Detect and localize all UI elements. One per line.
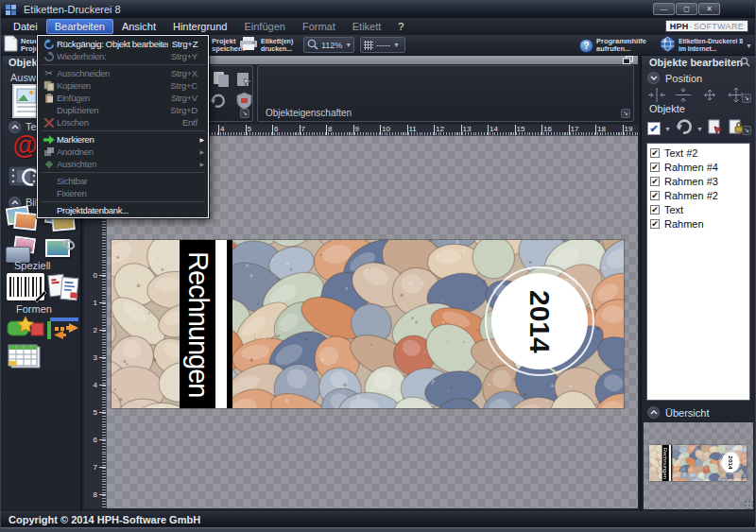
- menu-etikett[interactable]: Etikett: [344, 19, 390, 34]
- app-icon: [6, 4, 18, 15]
- ruler-number: 17: [569, 125, 579, 135]
- restore-window-button[interactable]: [623, 56, 636, 64]
- zoom-dropdown[interactable]: 112% ▼: [303, 37, 354, 53]
- menu-ansicht[interactable]: Ansicht: [113, 19, 164, 34]
- documents-tool[interactable]: [46, 273, 82, 305]
- section-expand-icon[interactable]: ↘: [742, 126, 751, 135]
- menu-item-wiederholen[interactable]: Wiederholen:Strg+Y: [38, 50, 208, 62]
- arrows-tool[interactable]: [46, 317, 80, 345]
- ruler-number: 7: [300, 125, 305, 135]
- menu-item-ausrichten[interactable]: Ausrichten▶: [38, 158, 208, 170]
- menu-item-projektdatenbank[interactable]: Projektdatenbank...: [38, 204, 208, 216]
- menu-item-fixieren[interactable]: Fixieren: [38, 187, 208, 199]
- object-list-item[interactable]: ✔Rahmen #2: [647, 188, 749, 202]
- menu-einfgen[interactable]: Einfügen: [235, 19, 293, 34]
- ruler-number: 9: [353, 125, 359, 135]
- center-object-icon[interactable]: [700, 87, 719, 107]
- ruler-number: 3: [94, 353, 97, 362]
- close-button[interactable]: ✕: [698, 3, 720, 15]
- overview-thumbnail-label[interactable]: Rechnungen 2014: [649, 445, 747, 481]
- menu-?[interactable]: ?: [389, 19, 412, 34]
- printer-icon: [239, 36, 258, 55]
- program-help-button[interactable]: ? Programmhilfeaufrufen...: [579, 36, 646, 55]
- menu-item-anordnen[interactable]: Anordnen▶: [38, 146, 208, 158]
- section-expand-icon[interactable]: ↘: [742, 94, 751, 103]
- menu-item-löschen[interactable]: LöschenEntf: [38, 116, 208, 129]
- ribbon-group-objekteigenschaften: Objekteigenschaften ↘: [257, 65, 634, 122]
- section-collapse-position[interactable]: [647, 72, 660, 84]
- object-visible-checkbox[interactable]: ✔: [650, 191, 660, 200]
- menu-item-markieren[interactable]: Markieren▶: [38, 133, 208, 146]
- object-list-item[interactable]: ✔Text #2: [647, 146, 749, 160]
- rotate-selection-icon[interactable]: [675, 118, 693, 139]
- new-page-icon: [4, 35, 18, 56]
- group-expand-icon[interactable]: ↘: [240, 109, 249, 118]
- object-visible-checkbox[interactable]: ✔: [650, 177, 660, 186]
- object-list-item[interactable]: ✔Rahmen #3: [647, 174, 749, 188]
- paste-icon: [41, 93, 57, 104]
- photo-tool[interactable]: [5, 205, 41, 235]
- object-list-item[interactable]: ✔Text: [647, 202, 749, 216]
- duplicate-pages-icon[interactable]: [212, 71, 231, 93]
- resize-grip[interactable]: [744, 500, 753, 509]
- label-title-stripe[interactable]: Rechnungen: [180, 240, 215, 408]
- year-circle[interactable]: 2014: [721, 452, 739, 472]
- section-collapse-overview[interactable]: [647, 406, 660, 419]
- menu-separator: [41, 172, 205, 173]
- table-tool[interactable]: [7, 343, 43, 375]
- shapes-tool[interactable]: [7, 315, 44, 345]
- section-label-formen: Formen: [16, 303, 52, 315]
- text-object-tool[interactable]: @: [12, 131, 37, 161]
- overview-thumb-wrap[interactable]: Rechnungen 2014: [649, 445, 747, 481]
- menu-item-duplizieren[interactable]: DuplizierenStrg+D: [38, 104, 208, 116]
- menu-item-rückgängig-objekt-bearbeiten[interactable]: Rückgängig: Objekt bearbeitenStrg+Z: [38, 38, 208, 50]
- menu-hintergrund[interactable]: Hintergrund: [164, 19, 235, 34]
- paste-special-icon[interactable]: [234, 71, 253, 93]
- position-label: Position: [665, 73, 702, 84]
- label-thin-black-stripe[interactable]: [227, 240, 232, 408]
- maximize-button[interactable]: ◻: [676, 3, 697, 15]
- object-visible-checkbox[interactable]: ✔: [650, 148, 660, 158]
- barcode-tool[interactable]: [7, 273, 44, 300]
- website-button[interactable]: Etiketten-Druckerei 8im Internet... ▼: [660, 36, 752, 55]
- label-thin-black-stripe[interactable]: [671, 445, 672, 481]
- ruler-number: 5: [94, 408, 97, 417]
- menu-format[interactable]: Format: [294, 19, 344, 34]
- menu-item-ausschneiden[interactable]: ✂AusschneidenStrg+X: [38, 67, 208, 79]
- select-arrow-icon: [41, 134, 57, 146]
- overview-thumbnail-area[interactable]: Rechnungen 2014: [644, 422, 753, 509]
- ruler-number: 4: [218, 125, 224, 135]
- label-title-stripe[interactable]: Rechnungen: [662, 445, 669, 481]
- menu-datei[interactable]: Datei: [5, 19, 46, 34]
- object-list-item[interactable]: ✔Rahmen: [647, 216, 749, 231]
- label-design[interactable]: Rechnungen 2014: [112, 240, 624, 408]
- menu-bearbeiten[interactable]: Bearbeiten: [46, 19, 113, 34]
- grid-dots-icon: [364, 41, 373, 50]
- object-label: Text: [664, 204, 683, 215]
- panel-header: Objekte bearbeiten: [642, 56, 755, 69]
- page-forward-icon[interactable]: [707, 118, 724, 139]
- copy-icon: [41, 80, 57, 92]
- zoom-value: 112%: [321, 41, 342, 50]
- object-list-item[interactable]: ✔Rahmen #4: [647, 160, 749, 174]
- group-expand-icon[interactable]: ↘: [621, 109, 630, 118]
- check-all-checkbox[interactable]: ✔: [647, 122, 661, 135]
- title-bar: Etiketten-Druckerei 8 — ◻ ✕: [1, 1, 756, 18]
- object-visible-checkbox[interactable]: ✔: [650, 205, 660, 215]
- menu-item-einfügen[interactable]: EinfügenStrg+V: [38, 92, 208, 104]
- menu-item-kopieren[interactable]: KopierenStrg+C: [38, 79, 208, 92]
- print-label-button[interactable]: Etikett(en)drucken...: [239, 36, 293, 55]
- ruler-number: 12: [434, 125, 444, 135]
- minimize-button[interactable]: —: [653, 3, 675, 15]
- magnifier-pin-icon[interactable]: [740, 57, 750, 69]
- object-visible-checkbox[interactable]: ✔: [650, 163, 660, 172]
- year-circle[interactable]: 2014: [491, 273, 588, 369]
- line-style-dropdown[interactable]: ----- ▼: [360, 37, 405, 53]
- menu-bar: DateiBearbeitenAnsichtHintergrundEinfüge…: [1, 18, 756, 35]
- menu-item-sichtbar[interactable]: Sichtbar: [38, 175, 208, 187]
- object-visible-checkbox[interactable]: ✔: [650, 219, 660, 229]
- no-icon: [41, 176, 57, 187]
- label-white-stripe[interactable]: [215, 240, 227, 408]
- overview-label: Übersicht: [665, 407, 709, 419]
- submenu-arrow-icon: ▶: [198, 148, 204, 155]
